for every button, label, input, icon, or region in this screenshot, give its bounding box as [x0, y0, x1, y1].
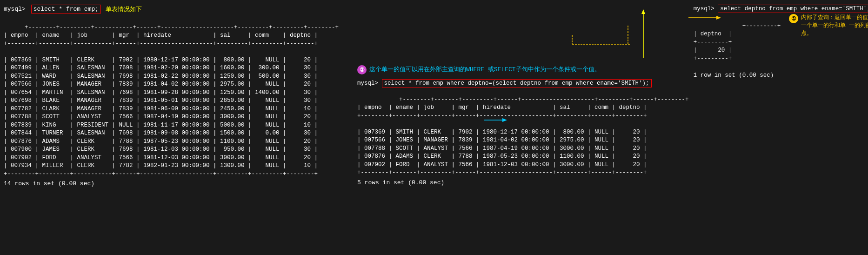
left-result: 14 rows in set (0.00 sec)	[4, 180, 350, 187]
right-top-prompt-line: mysql> select deptno from emp where enam…	[694, 5, 868, 13]
annotation2-circle: ②	[357, 65, 367, 74]
right-top-prompt: mysql>	[694, 6, 714, 12]
right-bottom-table-end: +--------+-------+---------+------+-----…	[357, 169, 689, 177]
right-bottom-table: +--------+-------+---------+------+-----…	[357, 87, 689, 128]
right-top-table-block: +---------+ | deptno | +---------+ | 20 …	[694, 14, 781, 79]
left-rows: | 007369 | SMITH | CLERK | 7902 | 1980-1…	[4, 56, 350, 170]
right-bottom-command: select * from emp where deptno=(select d…	[382, 79, 652, 87]
left-table: +--------+---------+-----------+------+-…	[4, 15, 350, 56]
annotation1-text: 内部子查询：返回单一的值，即一个单一的行和单 一的列的交叉点。	[801, 14, 868, 37]
annotation1-block: ① 内部子查询：返回单一的值，即一个单一的行和单 一的列的交叉点。	[789, 14, 868, 39]
annotation1-circle: ①	[789, 14, 798, 23]
right-bottom-prompt-line: mysql> select * from emp where deptno=(s…	[357, 79, 689, 87]
right-top-section: mysql> select deptno from emp where enam…	[689, 5, 868, 79]
left-panel: mysql> select * from emp; 单表情况如下 +------…	[0, 0, 354, 255]
left-table-end: +--------+---------+-----------+------+-…	[4, 170, 350, 179]
left-prompt-line: mysql> select * from emp; 单表情况如下	[4, 5, 350, 13]
left-command: select * from emp;	[31, 5, 101, 13]
left-prompt: mysql>	[4, 6, 26, 13]
annotation2-text: 这个单一的值可以用在外部主查询的WHERE 或SELECT子句中作为一个条件或一…	[369, 65, 601, 74]
right-bottom-rows: | 007369 | SMITH | CLERK | 7902 | 1980-1…	[357, 128, 689, 169]
right-bottom-prompt: mysql>	[357, 80, 378, 87]
annotation2-block: ② 这个单一的值可以用在外部主查询的WHERE 或SELECT子句中作为一个条件…	[357, 65, 689, 74]
right-top-command: select deptno from emp where ename='SMIT…	[718, 5, 868, 13]
right-bottom-section: mysql> select * from emp where deptno=(s…	[357, 79, 689, 186]
right-panel: ② 这个单一的值可以用在外部主查询的WHERE 或SELECT子句中作为一个条件…	[354, 0, 868, 255]
right-bottom-result: 5 rows in set (0.00 sec)	[357, 179, 689, 186]
right-top-result: 1 row in set (0.00 sec)	[694, 72, 781, 79]
left-label: 单表情况如下	[106, 5, 142, 13]
